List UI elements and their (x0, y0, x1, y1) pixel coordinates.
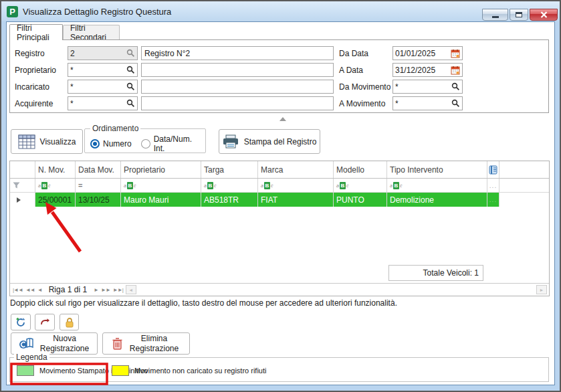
tab-filtri-secondari[interactable]: Filtri Secondari (63, 25, 120, 39)
minimize-button[interactable] (482, 9, 508, 21)
col-proprietario[interactable]: Proprietario (121, 161, 201, 178)
stampa-registro-button[interactable]: Stampa del Registro (219, 129, 320, 154)
search-icon[interactable] (451, 99, 460, 108)
abc-filter-icon: aBc (336, 182, 348, 189)
printer-icon (223, 134, 239, 149)
filter-proprietario[interactable]: aBc (121, 179, 201, 192)
abc-filter-icon: aBc (204, 182, 216, 189)
equals-filter-icon: = (78, 181, 82, 189)
legend-item-non-caricato: Movimento non caricato su registro rifiu… (112, 365, 266, 376)
filter-data-mov[interactable]: = (76, 179, 121, 192)
search-icon[interactable] (126, 49, 135, 58)
registro-input[interactable]: 2 (68, 46, 138, 60)
search-icon[interactable] (451, 82, 460, 91)
col-tipo-intervento[interactable]: Tipo Intervento (387, 161, 487, 178)
abc-filter-icon: aBc (38, 182, 50, 189)
table-row[interactable]: 25/00001 13/10/25 Mauro Mauri AB518TR FI… (10, 193, 549, 207)
filter-dettaglio[interactable]: ... (487, 179, 499, 192)
minimize-icon (492, 16, 499, 18)
incaricato-value: * (70, 82, 126, 92)
filter-tipo-intervento[interactable]: aBc (387, 179, 487, 192)
visualizza-button[interactable]: Visualizza (11, 129, 83, 154)
nav-prev-page-button[interactable]: ◄◄ (25, 287, 35, 293)
grid-filter-row: aBc = aBc aBc aBc aBc aBc ... (10, 179, 549, 193)
proprietario-value: * (70, 66, 126, 75)
ordinamento-title: Ordinamento (90, 124, 140, 133)
incaricato-input[interactable]: * (68, 80, 138, 94)
refresh-button[interactable] (11, 314, 31, 330)
proprietario-input[interactable]: * (68, 63, 138, 77)
refresh-plus-icon (15, 317, 26, 328)
cell-data-mov[interactable]: 13/10/25 (76, 193, 121, 207)
filter-marca[interactable]: aBc (258, 179, 334, 192)
registro-descrizione-field[interactable]: Registro N°2 (141, 46, 334, 60)
nav-next-page-button[interactable]: ►► (101, 287, 110, 293)
tab-filtri-principali[interactable]: Filtri Principali (9, 24, 63, 40)
radio-data-num-int[interactable]: Data/Num. Int. (141, 134, 205, 153)
yellow-swatch (112, 365, 129, 376)
maximize-icon (516, 12, 522, 17)
row-arrow-icon (17, 197, 21, 203)
filter-modello[interactable]: aBc (334, 179, 387, 192)
col-targa[interactable]: Targa (201, 161, 258, 178)
da-data-value: 01/01/2025 (395, 49, 451, 58)
undo-button[interactable] (35, 314, 55, 330)
filter-cell[interactable] (10, 179, 35, 192)
col-n-mov[interactable]: N. Mov. (35, 161, 76, 178)
registro-value: 2 (70, 49, 126, 58)
radio-data-label: Data/Num. Int. (154, 134, 205, 153)
radio-numero[interactable]: Numero (90, 139, 132, 149)
cell-targa[interactable]: AB518TR (201, 193, 258, 207)
cell-dettaglio[interactable]: ... (487, 193, 499, 207)
cell-tipo-intervento[interactable]: Demolizione (387, 193, 487, 207)
col-marca[interactable]: Marca (258, 161, 334, 178)
lock-icon (65, 317, 74, 328)
table-grid-icon (18, 134, 35, 149)
acquirente-input[interactable]: * (68, 96, 138, 110)
calendar-icon[interactable] (451, 49, 460, 58)
da-movimento-input[interactable]: * (392, 80, 463, 94)
cell-proprietario[interactable]: Mauro Mauri (121, 193, 201, 207)
hscroll-left-button[interactable]: ◄ (126, 285, 136, 294)
lock-button[interactable] (60, 314, 79, 330)
nav-prev-button[interactable]: ◄ (37, 287, 42, 293)
search-icon[interactable] (126, 82, 135, 91)
a-movimento-input[interactable]: * (392, 96, 463, 110)
cell-modello[interactable]: PUNTO (334, 193, 387, 207)
proprietario-descrizione-field[interactable] (141, 63, 334, 77)
nav-next-button[interactable]: ► (94, 287, 98, 293)
a-data-input[interactable]: 31/12/2025 (392, 63, 463, 77)
col-data-mov[interactable]: Data Mov. (76, 161, 121, 178)
a-data-label: A Data (339, 66, 363, 75)
da-data-input[interactable]: 01/01/2025 (392, 46, 463, 60)
hscroll-right-button[interactable]: ► (536, 285, 547, 294)
radio-numero-label: Numero (103, 139, 132, 149)
col-modello[interactable]: Modello (334, 161, 387, 178)
proprietario-label: Proprietario (15, 66, 56, 75)
abc-filter-icon: aBc (390, 182, 402, 189)
undo-arrow-icon (39, 318, 50, 327)
search-icon[interactable] (126, 99, 135, 108)
cell-n-mov[interactable]: 25/00001 (35, 193, 76, 207)
legenda-title: Legenda (14, 353, 49, 362)
filter-n-mov[interactable]: aBc (35, 179, 76, 192)
calendar-icon[interactable] (451, 66, 460, 75)
acquirente-descrizione-field[interactable] (141, 96, 334, 110)
collapse-panel-arrow-icon[interactable] (279, 117, 286, 121)
nuova-registrazione-button[interactable]: Nuova Registrazione (11, 332, 98, 355)
elimina-registrazione-button[interactable]: Elimina Registrazione (102, 332, 190, 355)
registro-label: Registro (15, 49, 45, 58)
nav-first-button[interactable]: |◄◄ (13, 287, 23, 293)
totale-veicoli-label: Totale Veicoli: 1 (423, 268, 479, 278)
maximize-button[interactable] (510, 9, 528, 21)
elimina-registrazione-label: Elimina Registrazione (128, 334, 181, 353)
app-window: P Visualizza Dettaglio Registro Questura… (0, 0, 561, 392)
search-icon[interactable] (126, 66, 135, 74)
abc-filter-icon: aBc (261, 182, 273, 189)
filter-targa[interactable]: aBc (201, 179, 258, 192)
incaricato-descrizione-field[interactable] (141, 80, 334, 94)
close-button[interactable] (530, 9, 558, 21)
nav-last-button[interactable]: ►►| (113, 287, 123, 293)
cell-marca[interactable]: FIAT (258, 193, 334, 207)
col-dettaglio[interactable] (487, 161, 499, 178)
